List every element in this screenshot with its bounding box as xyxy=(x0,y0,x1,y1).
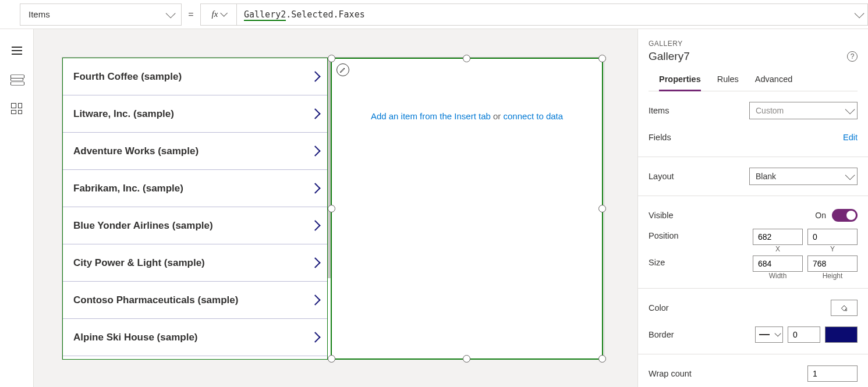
line-icon xyxy=(759,334,770,335)
prop-fields-label: Fields xyxy=(649,133,671,142)
insert-tab-link[interactable]: Add an item from the Insert tab xyxy=(371,111,491,121)
prop-layout-label: Layout xyxy=(649,172,674,181)
prop-items-label: Items xyxy=(649,106,669,115)
formula-bar: Items = fx Gallery2.Selected.Faxes xyxy=(0,0,868,29)
left-gallery[interactable]: Fourth Coffee (sample) Litware, Inc. (sa… xyxy=(62,58,328,360)
edit-template-button[interactable] xyxy=(336,63,349,76)
prop-wrapcount-label: Wrap count xyxy=(649,369,692,378)
list-item[interactable]: Fabrikam, Inc. (sample) xyxy=(63,170,327,207)
pencil-icon xyxy=(339,66,346,73)
list-item-label: Adventure Works (sample) xyxy=(73,145,199,157)
position-x-input[interactable] xyxy=(753,229,803,245)
axis-height-label: Height xyxy=(807,272,858,280)
border-color-swatch[interactable] xyxy=(825,326,858,343)
layout-dropdown-value: Blank xyxy=(756,172,776,181)
properties-panel: GALLERY Gallery7 ? Properties Rules Adva… xyxy=(637,29,868,387)
resize-handle[interactable] xyxy=(463,355,470,363)
resize-handle[interactable] xyxy=(328,205,335,212)
prop-size-label: Size xyxy=(649,255,665,267)
chevron-right-icon xyxy=(310,332,320,342)
chevron-down-icon xyxy=(166,8,176,18)
prop-border-label: Border xyxy=(649,330,674,339)
wrap-count-input[interactable] xyxy=(807,365,858,382)
layout-dropdown[interactable]: Blank xyxy=(749,168,858,185)
chevron-down-icon xyxy=(855,8,865,18)
help-icon[interactable]: ? xyxy=(847,51,858,62)
edit-fields-link[interactable]: Edit xyxy=(843,133,858,142)
property-dropdown[interactable]: Items xyxy=(20,3,182,26)
main-area: Fourth Coffee (sample) Litware, Inc. (sa… xyxy=(0,29,868,387)
list-item-label: Contoso Pharmaceuticals (sample) xyxy=(73,294,238,306)
hint-or: or xyxy=(491,111,504,121)
left-rail xyxy=(0,29,34,387)
visible-state: On xyxy=(815,211,826,220)
selected-gallery[interactable]: Add an item from the Insert tab or conne… xyxy=(331,58,603,360)
list-item-label: City Power & Light (sample) xyxy=(73,257,205,269)
chevron-right-icon xyxy=(310,71,320,81)
chevron-right-icon xyxy=(310,220,320,230)
list-item-label: Blue Yonder Airlines (sample) xyxy=(73,220,213,232)
chevron-right-icon xyxy=(310,108,320,119)
items-dropdown[interactable]: Custom xyxy=(749,102,858,119)
tab-rules[interactable]: Rules xyxy=(717,74,739,91)
axis-width-label: Width xyxy=(753,272,803,280)
list-item-label: Alpine Ski House (sample) xyxy=(73,332,198,343)
size-width-input[interactable] xyxy=(753,255,803,272)
canvas-screen[interactable]: Fourth Coffee (sample) Litware, Inc. (sa… xyxy=(62,57,604,360)
property-dropdown-label: Items xyxy=(29,9,50,19)
visible-toggle[interactable] xyxy=(832,209,858,222)
resize-handle[interactable] xyxy=(598,355,606,363)
equals-sign: = xyxy=(185,9,197,20)
hamburger-icon[interactable] xyxy=(10,45,23,56)
resize-handle[interactable] xyxy=(598,205,606,212)
list-item[interactable]: Adventure Works (sample) xyxy=(63,133,327,170)
paint-bucket-icon xyxy=(839,303,849,313)
fx-label: fx xyxy=(212,9,218,19)
items-dropdown-value: Custom xyxy=(756,106,784,115)
prop-position-label: Position xyxy=(649,229,679,240)
size-height-input[interactable] xyxy=(807,255,858,272)
control-name[interactable]: Gallery7 xyxy=(649,50,690,63)
chevron-down-icon xyxy=(845,170,855,180)
resize-handle[interactable] xyxy=(598,55,606,62)
list-item[interactable]: Alpine Ski House (sample) xyxy=(63,319,327,356)
border-style-dropdown[interactable] xyxy=(755,326,783,343)
chevron-right-icon xyxy=(310,183,320,193)
list-item[interactable]: Contoso Pharmaceuticals (sample) xyxy=(63,282,327,319)
formula-rest: .Selected.Faxes xyxy=(286,9,364,20)
chevron-right-icon xyxy=(310,145,320,156)
tab-advanced[interactable]: Advanced xyxy=(755,74,793,91)
formula-input[interactable]: Gallery2.Selected.Faxes xyxy=(236,3,868,26)
resize-handle[interactable] xyxy=(328,355,335,363)
formula-object-ref: Gallery2 xyxy=(244,9,286,21)
panel-tabs: Properties Rules Advanced xyxy=(649,74,858,91)
axis-y-label: Y xyxy=(807,245,858,253)
list-item[interactable]: City Power & Light (sample) xyxy=(63,244,327,282)
chevron-right-icon xyxy=(310,257,320,268)
chevron-down-icon xyxy=(221,9,228,17)
formula-text: Gallery2.Selected.Faxes xyxy=(244,9,365,20)
axis-x-label: X xyxy=(753,245,803,253)
list-item[interactable]: Litware, Inc. (sample) xyxy=(63,95,327,133)
resize-handle[interactable] xyxy=(328,55,335,62)
fx-button[interactable]: fx xyxy=(200,3,236,26)
empty-gallery-hint: Add an item from the Insert tab or conne… xyxy=(332,111,602,121)
app-squares-icon[interactable] xyxy=(10,104,23,114)
list-item[interactable]: Blue Yonder Airlines (sample) xyxy=(63,207,327,244)
canvas-area[interactable]: Fourth Coffee (sample) Litware, Inc. (sa… xyxy=(34,29,637,387)
position-y-input[interactable] xyxy=(807,229,858,245)
chevron-down-icon xyxy=(774,330,781,336)
layers-icon[interactable] xyxy=(10,74,23,85)
list-item-label: Litware, Inc. (sample) xyxy=(73,108,174,120)
tab-properties[interactable]: Properties xyxy=(659,74,701,91)
list-item[interactable]: Fourth Coffee (sample) xyxy=(63,58,327,95)
list-item-label: Fourth Coffee (sample) xyxy=(73,71,182,83)
connect-data-link[interactable]: connect to data xyxy=(504,111,564,121)
prop-color-label: Color xyxy=(649,303,669,313)
resize-handle[interactable] xyxy=(463,55,470,62)
prop-visible-label: Visible xyxy=(649,211,673,220)
color-swatch[interactable] xyxy=(831,300,858,316)
border-width-input[interactable] xyxy=(788,326,820,343)
list-item-label: Fabrikam, Inc. (sample) xyxy=(73,183,183,194)
chevron-down-icon xyxy=(845,104,855,114)
